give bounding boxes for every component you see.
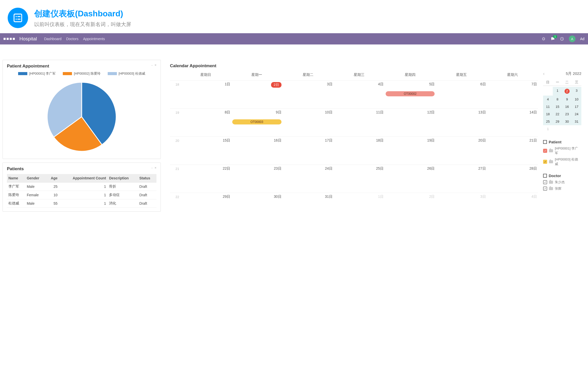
svg-rect-0	[14, 14, 22, 22]
checkbox-icon[interactable]	[543, 140, 547, 144]
mini-prev-icon[interactable]: ‹	[543, 71, 545, 76]
table-column-header[interactable]: Description	[107, 174, 138, 182]
mini-day[interactable]: 10	[572, 96, 582, 103]
table-cell: Draft	[138, 191, 156, 199]
calendar-cell[interactable]: 25日	[334, 165, 385, 193]
calendar-cell[interactable]: 8日	[180, 109, 231, 136]
calendar-cell[interactable]: 19日	[385, 137, 436, 165]
filter-item[interactable]: [HP00003] 杜德威	[543, 157, 581, 166]
mini-day[interactable]: 1	[553, 87, 562, 96]
calendar-cell[interactable]: 4日	[334, 80, 385, 108]
mini-day[interactable]	[543, 87, 553, 96]
calendar-cell[interactable]: 2日	[231, 80, 282, 108]
user-avatar[interactable]: A	[569, 36, 575, 42]
mini-day[interactable]: 16	[562, 103, 572, 110]
mini-day[interactable]: 4	[543, 96, 553, 103]
mini-day[interactable]: 11	[543, 103, 553, 110]
mini-day[interactable]: 24	[572, 110, 582, 118]
calendar-cell[interactable]: 20日	[436, 137, 487, 165]
mini-day[interactable]: 31	[572, 118, 582, 125]
calendar-cell[interactable]: 3日	[283, 80, 334, 108]
calendar-cell[interactable]: 29日	[180, 193, 231, 205]
mini-day[interactable]: 30	[562, 118, 572, 125]
calendar-cell[interactable]: 23日	[231, 165, 282, 193]
table-cell: 消化	[107, 199, 138, 208]
messages-icon[interactable]: 1	[550, 37, 555, 41]
filter-item[interactable]: 朱少杰	[543, 180, 581, 185]
camera-icon	[549, 149, 553, 152]
calendar-cell[interactable]: 18日	[334, 137, 385, 165]
mini-day[interactable]: 18	[543, 110, 553, 118]
mini-day[interactable]: 22	[553, 110, 562, 118]
calendar-cell[interactable]: 16日	[231, 137, 282, 165]
checkbox-icon[interactable]	[543, 149, 547, 153]
table-column-header[interactable]: Appointment Count	[59, 174, 107, 182]
mini-day[interactable]: 29	[553, 118, 562, 125]
nav-brand[interactable]: Hospital	[19, 36, 37, 42]
calendar-cell[interactable]: 7日	[487, 80, 538, 108]
checkbox-icon[interactable]	[543, 180, 547, 184]
calendar-cell[interactable]: 10日	[283, 109, 334, 136]
calendar-cell[interactable]: 2日	[385, 193, 436, 205]
bug-icon[interactable]	[541, 37, 546, 41]
calendar-cell[interactable]: 9日OT00003	[231, 109, 282, 136]
calendar-cell[interactable]: 30日	[231, 193, 282, 205]
legend-item[interactable]: [HP00002] 陈爱玲	[63, 71, 100, 76]
calendar-event[interactable]: OT00003	[232, 119, 281, 124]
user-label[interactable]: Ad	[580, 37, 584, 41]
mini-day[interactable]: 2	[562, 87, 572, 96]
filter-item[interactable]: 张辉	[543, 186, 581, 191]
panel-controls[interactable]: - ×	[151, 166, 157, 170]
calendar-cell[interactable]: 21日	[487, 137, 538, 165]
apps-icon[interactable]	[4, 38, 15, 40]
calendar-cell[interactable]: 15日	[180, 137, 231, 165]
mini-day[interactable]: 8	[553, 96, 562, 103]
table-cell: 骨折	[107, 182, 138, 191]
mini-day[interactable]: 17	[572, 103, 582, 110]
calendar-cell[interactable]: 24日	[283, 165, 334, 193]
calendar-cell[interactable]: 12日	[385, 109, 436, 136]
calendar-cell[interactable]: 28日	[487, 165, 538, 193]
nav-link-doctors[interactable]: Doctors	[66, 37, 78, 41]
filter-head-label: Doctor	[549, 174, 561, 178]
calendar-cell[interactable]: 5日OT00002	[385, 80, 436, 108]
table-column-header[interactable]: Gender	[25, 174, 46, 182]
filter-item[interactable]: [HP00001] 李广军	[543, 146, 581, 155]
mini-day[interactable]: 23	[562, 110, 572, 118]
table-row[interactable]: 李广军Male251骨折Draft	[7, 182, 156, 191]
calendar-cell[interactable]: 4日	[487, 193, 538, 205]
checkbox-icon[interactable]	[543, 174, 547, 178]
calendar-cell[interactable]: 26日	[385, 165, 436, 193]
calendar-cell[interactable]: 11日	[334, 109, 385, 136]
mini-day[interactable]: 1	[543, 125, 553, 133]
calendar-cell[interactable]: 27日	[436, 165, 487, 193]
legend-item[interactable]: [HP00003] 杜德威	[108, 71, 145, 76]
clock-icon[interactable]	[560, 37, 564, 41]
calendar-cell[interactable]: 3日	[436, 193, 487, 205]
table-column-header[interactable]: Name	[7, 174, 25, 182]
table-column-header[interactable]: Age	[46, 174, 59, 182]
mini-day[interactable]: 25	[543, 118, 553, 125]
calendar-cell[interactable]: 17日	[283, 137, 334, 165]
calendar-cell[interactable]: 22日	[180, 165, 231, 193]
mini-day[interactable]: 9	[562, 96, 572, 103]
checkbox-icon[interactable]	[543, 187, 547, 191]
calendar-cell[interactable]: 13日	[436, 109, 487, 136]
mini-day[interactable]: 3	[572, 87, 582, 96]
panel-title: Patients	[7, 166, 156, 171]
calendar-cell[interactable]: 6日	[436, 80, 487, 108]
panel-controls[interactable]: - ×	[151, 63, 157, 67]
calendar-cell[interactable]: 14日	[487, 109, 538, 136]
legend-item[interactable]: [HP00001] 李广军	[18, 71, 56, 76]
checkbox-icon[interactable]	[543, 160, 547, 164]
calendar-cell[interactable]: 1日	[180, 80, 231, 108]
table-column-header[interactable]: Status	[138, 174, 156, 182]
nav-link-dashboard[interactable]: Dashboard	[44, 37, 62, 41]
calendar-cell[interactable]: 31日	[283, 193, 334, 205]
calendar-cell[interactable]: 1日	[334, 193, 385, 205]
nav-link-appointments[interactable]: Appointments	[83, 37, 105, 41]
mini-day[interactable]: 15	[553, 103, 562, 110]
table-row[interactable]: 陈爱玲Female101多动症Draft	[7, 191, 156, 199]
calendar-event[interactable]: OT00002	[386, 91, 435, 96]
table-row[interactable]: 杜德威Male551消化Draft	[7, 199, 156, 208]
